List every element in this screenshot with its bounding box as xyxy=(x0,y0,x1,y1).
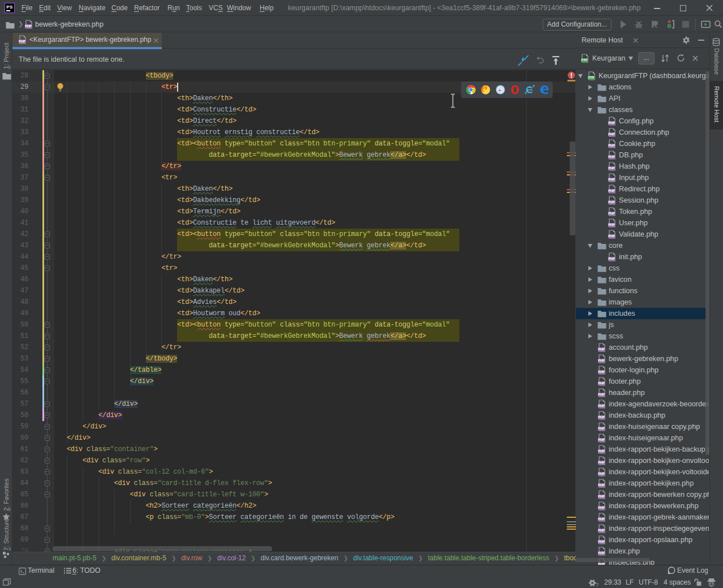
svg-text:PHP: PHP xyxy=(608,189,615,192)
svg-text:PHP: PHP xyxy=(598,438,605,441)
svg-text:PHP: PHP xyxy=(608,178,615,181)
svg-text:PHP: PHP xyxy=(608,144,615,147)
svg-text:PHP: PHP xyxy=(608,132,615,136)
svg-text:PHP: PHP xyxy=(598,461,605,464)
svg-text:PHP: PHP xyxy=(608,212,615,215)
svg-text:PHP: PHP xyxy=(608,166,615,170)
svg-text:PHP: PHP xyxy=(598,483,605,487)
svg-text:PHP: PHP xyxy=(598,495,605,498)
svg-text:PHP: PHP xyxy=(598,370,605,374)
svg-text:PHP: PHP xyxy=(598,529,605,532)
svg-text:?: ? xyxy=(596,582,599,587)
svg-text:PHP: PHP xyxy=(598,381,605,385)
svg-text:PHP: PHP xyxy=(598,517,605,521)
svg-text:PHP: PHP xyxy=(608,257,615,260)
svg-text:PHP: PHP xyxy=(598,415,605,419)
svg-text:PHP: PHP xyxy=(598,427,605,430)
svg-text:FTP: FTP xyxy=(582,58,588,62)
svg-text:PHP: PHP xyxy=(598,472,605,475)
svg-text:PHP: PHP xyxy=(19,40,25,43)
svg-text:PHP: PHP xyxy=(598,506,605,509)
svg-text:PHP: PHP xyxy=(608,200,615,204)
svg-text:FTP: FTP xyxy=(588,76,595,79)
svg-text:PHP: PHP xyxy=(598,551,605,555)
svg-text:PHP: PHP xyxy=(598,359,605,362)
svg-text:PHP: PHP xyxy=(598,449,605,453)
svg-text:PHP: PHP xyxy=(608,121,615,125)
svg-text:PHP: PHP xyxy=(598,393,605,396)
svg-text:PHP: PHP xyxy=(25,24,32,28)
svg-text:PHP: PHP xyxy=(598,347,605,351)
svg-text:PHP: PHP xyxy=(608,223,615,226)
svg-text:PHP: PHP xyxy=(608,155,615,158)
svg-text:PHP: PHP xyxy=(598,540,605,543)
svg-text:PHP: PHP xyxy=(608,234,615,238)
svg-text:PHP: PHP xyxy=(598,404,605,407)
